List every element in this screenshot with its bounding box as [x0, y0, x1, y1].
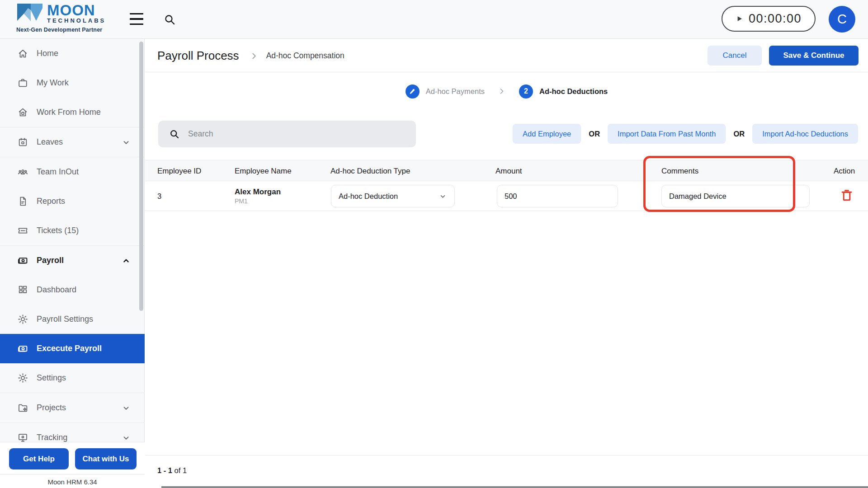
- timer-value: 00:00:00: [749, 12, 802, 26]
- chevron-up-icon: [121, 256, 131, 266]
- brand-logo[interactable]: MOON TECHNOLABS Next-Gen Development Par…: [16, 3, 120, 33]
- sidebar-item-work-from-home[interactable]: Work From Home: [0, 98, 145, 127]
- sidebar-item-settings[interactable]: Settings: [0, 363, 145, 393]
- step2-circle: 2: [519, 84, 533, 99]
- logo-mark-icon: [16, 3, 44, 25]
- people-icon: [17, 166, 28, 178]
- sidebar-scrollbar[interactable]: [139, 42, 143, 311]
- delete-row-button[interactable]: [839, 188, 855, 205]
- search-input[interactable]: [188, 129, 396, 139]
- dashboard-icon: [17, 284, 28, 296]
- pagination-bar: 1 - 1 of 1: [145, 455, 868, 488]
- folder-gear-icon: [17, 402, 28, 413]
- gear-icon: [17, 372, 28, 384]
- trash-icon: [840, 188, 853, 202]
- sidebar-item-team-inout[interactable]: Team InOut: [0, 157, 145, 187]
- save-continue-button[interactable]: Save & Continue: [769, 46, 859, 66]
- search-icon: [169, 129, 180, 140]
- footer-divider: [0, 474, 145, 474]
- user-avatar[interactable]: C: [829, 6, 855, 33]
- briefcase-icon: [17, 77, 28, 89]
- brand-tagline: Next-Gen Development Partner: [16, 27, 120, 33]
- chevron-down-icon: [121, 433, 131, 442]
- toolbar-actions: Add Employee OR Import Data From Past Mo…: [513, 124, 858, 144]
- chevron-down-icon: [121, 137, 131, 147]
- sidebar-item-projects[interactable]: Projects: [0, 393, 145, 422]
- or-label: OR: [733, 130, 745, 138]
- sidebar-item-payroll[interactable]: Payroll: [0, 246, 145, 275]
- or-label: OR: [589, 130, 600, 138]
- ticket-icon: [17, 225, 28, 236]
- chevron-right-icon: [249, 51, 259, 61]
- step-adhoc-deductions[interactable]: 2 Ad-hoc Deductions: [519, 84, 608, 99]
- sidebar-item-payroll-settings[interactable]: Payroll Settings: [0, 305, 145, 334]
- add-employee-button[interactable]: Add Employee: [513, 124, 581, 144]
- sidebar-item-execute-payroll[interactable]: Excecute Payroll: [0, 334, 145, 363]
- chevron-down-icon: [439, 192, 447, 201]
- sidebar: Home My Work Work From Home Leaves Team …: [0, 39, 145, 488]
- sidebar-nav: Home My Work Work From Home Leaves Team …: [0, 39, 145, 442]
- get-help-button[interactable]: Get Help: [9, 448, 69, 469]
- column-employee-id: Employee ID: [157, 160, 201, 182]
- banknote-icon: [17, 255, 28, 266]
- hamburger-menu-icon[interactable]: [130, 13, 143, 25]
- step1-label: Ad-hoc Payments: [426, 87, 485, 96]
- sidebar-footer: Get Help Chat with Us Moon HRM 6.34: [0, 442, 145, 488]
- import-adhoc-deductions-button[interactable]: Import Ad-hoc Deductions: [752, 124, 858, 144]
- sidebar-item-home[interactable]: Home: [0, 39, 145, 68]
- column-deduction-type: Ad-hoc Deduction Type: [330, 160, 410, 182]
- gear-icon: [17, 314, 28, 325]
- pencil-icon: [409, 88, 416, 95]
- page-title: Payroll Process: [157, 49, 239, 63]
- column-comments: Comments: [661, 160, 698, 182]
- employee-name-cell: Alex Morgan PM1: [235, 181, 281, 211]
- step-adhoc-payments[interactable]: Ad-hoc Payments: [406, 84, 485, 99]
- column-amount: Amount: [495, 160, 522, 182]
- sidebar-item-leaves[interactable]: Leaves: [0, 127, 145, 157]
- chevron-down-icon: [121, 403, 131, 413]
- amount-input[interactable]: [497, 185, 618, 207]
- breadcrumb-current: Ad-hoc Compensation: [266, 51, 344, 61]
- search-icon[interactable]: [164, 14, 176, 26]
- app-version: Moon HRM 6.34: [0, 478, 145, 486]
- column-employee-name: Employee Name: [235, 160, 292, 182]
- cancel-button[interactable]: Cancel: [708, 46, 762, 66]
- sidebar-item-dashboard[interactable]: Dashboard: [0, 275, 145, 305]
- stepper: Ad-hoc Payments 2 Ad-hoc Deductions: [145, 73, 868, 110]
- document-icon: [17, 196, 28, 207]
- table-row: 3 Alex Morgan PM1 Ad-hoc Deduction: [145, 181, 868, 211]
- chat-with-us-button[interactable]: Chat with Us: [75, 448, 137, 469]
- app-root: MOON TECHNOLABS Next-Gen Development Par…: [0, 0, 868, 488]
- brand-name: MOON: [47, 4, 106, 17]
- table-header: Employee ID Employee Name Ad-hoc Deducti…: [145, 160, 868, 181]
- deduction-type-dropdown[interactable]: Ad-hoc Deduction: [331, 185, 455, 207]
- sidebar-item-reports[interactable]: Reports: [0, 187, 145, 216]
- sidebar-item-my-work[interactable]: My Work: [0, 68, 145, 98]
- step2-label: Ad-hoc Deductions: [539, 87, 608, 96]
- chevron-right-icon: [497, 87, 506, 96]
- breadcrumb: Payroll Process Ad-hoc Compensation: [157, 39, 344, 72]
- banknote-icon: [17, 343, 28, 354]
- calendar-icon: [17, 136, 28, 148]
- page-header-bar: Payroll Process Ad-hoc Compensation Canc…: [145, 39, 868, 72]
- home-icon: [17, 48, 28, 59]
- horizontal-scrollbar[interactable]: [161, 486, 868, 488]
- sidebar-item-tickets[interactable]: Tickets (15): [0, 216, 145, 245]
- timer-widget[interactable]: 00:00:00: [722, 6, 816, 32]
- employee-code: PM1: [235, 197, 281, 205]
- pagination-text: 1 - 1 of 1: [157, 466, 187, 475]
- employee-id-cell: 3: [157, 181, 161, 211]
- table-search: [158, 121, 416, 147]
- comments-input[interactable]: [661, 185, 810, 207]
- main-content: Payroll Process Ad-hoc Compensation Canc…: [145, 39, 868, 488]
- import-past-month-button[interactable]: Import Data From Past Month: [608, 124, 726, 144]
- top-bar: MOON TECHNOLABS Next-Gen Development Par…: [0, 0, 868, 39]
- column-action: Action: [834, 160, 855, 182]
- play-icon[interactable]: [736, 15, 743, 23]
- employee-name: Alex Morgan: [235, 188, 281, 197]
- sidebar-item-tracking[interactable]: Tracking: [0, 423, 145, 442]
- monitor-eye-icon: [17, 432, 28, 442]
- step1-circle: [406, 84, 420, 99]
- home-work-icon: [17, 107, 28, 118]
- brand-subname: TECHNOLABS: [47, 17, 106, 24]
